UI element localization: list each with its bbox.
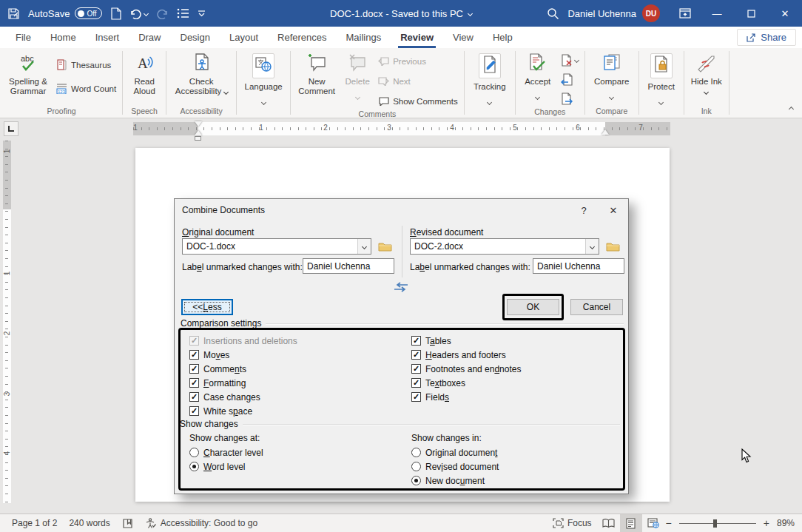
save-icon[interactable]: [7, 7, 20, 20]
checkbox-icon[interactable]: [411, 392, 421, 402]
checkbox-icon[interactable]: [411, 364, 421, 374]
checkbox-fields[interactable]: Fields: [411, 390, 521, 404]
bullet-list-icon[interactable]: [177, 8, 189, 18]
tab-design[interactable]: Design: [171, 27, 220, 48]
word-count-button[interactable]: 123 Word Count: [53, 80, 119, 97]
share-button[interactable]: Share: [737, 29, 796, 46]
tab-view[interactable]: View: [443, 27, 483, 48]
zoom-in-button[interactable]: +: [762, 517, 771, 529]
radio-icon[interactable]: [411, 462, 421, 471]
tab-mailings[interactable]: Mailings: [337, 27, 391, 48]
checkbox-icon[interactable]: [411, 336, 421, 346]
close-button[interactable]: ✕: [768, 0, 802, 27]
search-icon[interactable]: [538, 0, 567, 27]
focus-mode-button[interactable]: Focus: [547, 514, 598, 532]
horizontal-ruler[interactable]: 1 1 2 3 4 5 6 7: [133, 122, 670, 135]
zoom-level[interactable]: 89%: [771, 514, 796, 532]
dialog-title-bar[interactable]: Combine Documents ? ✕: [175, 199, 628, 221]
radio-new-document[interactable]: New document: [411, 474, 499, 488]
zoom-slider[interactable]: [679, 523, 756, 524]
checkbox-case-changes[interactable]: Case changes: [189, 390, 297, 404]
radio-character-level[interactable]: Character level: [189, 445, 263, 459]
tab-home[interactable]: Home: [41, 27, 86, 48]
checkbox-footnotes-and-endnotes[interactable]: Footnotes and endnotes: [411, 362, 521, 376]
customize-toolbar-icon[interactable]: [198, 10, 206, 17]
avatar[interactable]: DU: [642, 4, 660, 22]
checkbox-icon[interactable]: [189, 392, 199, 402]
hide-ink-button[interactable]: Hide Ink: [687, 50, 726, 105]
combo-dropdown-icon[interactable]: [357, 239, 371, 254]
user-name[interactable]: Daniel Uchenna: [567, 8, 636, 19]
tab-help[interactable]: Help: [483, 27, 522, 48]
thesaurus-button[interactable]: Thesaurus: [53, 56, 119, 73]
tab-insert[interactable]: Insert: [86, 27, 129, 48]
accept-button[interactable]: Accept: [519, 50, 557, 105]
checkbox-icon[interactable]: [189, 350, 199, 360]
tab-review[interactable]: Review: [391, 27, 443, 48]
checkbox-headers-and-footers[interactable]: Headers and footers: [411, 348, 521, 362]
radio-original-document[interactable]: Original document: [411, 445, 499, 459]
dialog-close-button[interactable]: ✕: [599, 199, 628, 221]
checkbox-icon[interactable]: [411, 350, 421, 360]
checkbox-icon[interactable]: [189, 378, 199, 388]
left-indent-marker[interactable]: [195, 136, 201, 141]
compare-button[interactable]: Compare: [588, 50, 636, 105]
tab-stop-selector[interactable]: [4, 121, 18, 136]
new-document-icon[interactable]: [110, 7, 121, 20]
checkbox-tables[interactable]: Tables: [411, 334, 521, 348]
check-accessibility-button[interactable]: Check Accessibility: [169, 50, 233, 105]
accessibility-status[interactable]: Accessibility: Good to go: [139, 514, 263, 532]
autosave-switch[interactable]: Off: [75, 7, 102, 19]
previous-change-button[interactable]: [558, 71, 582, 88]
vertical-ruler[interactable]: 1 1 2 3 4: [3, 141, 11, 503]
autosave-toggle[interactable]: AutoSave Off: [28, 7, 102, 19]
read-aloud-button[interactable]: A Read Aloud: [126, 50, 163, 105]
spelling-grammar-button[interactable]: abc Spelling & Grammar: [4, 50, 53, 105]
tab-references[interactable]: References: [268, 27, 336, 48]
radio-icon[interactable]: [189, 462, 199, 471]
radio-icon[interactable]: [411, 476, 421, 485]
checkbox-icon[interactable]: [411, 378, 421, 388]
revised-browse-button[interactable]: [604, 238, 621, 255]
revised-document-combobox[interactable]: DOC-2.docx: [410, 238, 599, 255]
original-document-combobox[interactable]: DOC-1.docx: [182, 238, 371, 255]
protect-button[interactable]: Protect: [642, 50, 681, 105]
proofing-status-icon[interactable]: [116, 514, 139, 532]
page-indicator[interactable]: Page 1 of 2: [6, 514, 63, 532]
checkbox-white-space[interactable]: White space: [189, 404, 297, 418]
checkbox-formatting[interactable]: Formatting: [189, 376, 297, 390]
tab-draw[interactable]: Draw: [129, 27, 170, 48]
original-browse-button[interactable]: [376, 238, 394, 255]
checkbox-moves[interactable]: Moves: [189, 348, 297, 362]
original-unmarked-input[interactable]: Daniel Uchenna: [303, 258, 394, 274]
minimize-button[interactable]: —: [700, 0, 734, 27]
checkbox-icon[interactable]: [189, 406, 199, 416]
cancel-button[interactable]: Cancel: [570, 299, 623, 315]
new-comment-button[interactable]: New Comment: [294, 50, 340, 105]
word-count-indicator[interactable]: 240 words: [63, 514, 115, 532]
print-layout-button[interactable]: [620, 514, 642, 532]
radio-icon[interactable]: [411, 448, 421, 457]
tracking-button[interactable]: Tracking: [468, 50, 512, 105]
read-mode-button[interactable]: [598, 514, 620, 532]
combo-dropdown-icon[interactable]: [585, 239, 599, 254]
ribbon-display-options-icon[interactable]: [670, 0, 700, 27]
revised-unmarked-input[interactable]: Daniel Uchenna: [533, 258, 624, 274]
tab-file[interactable]: File: [6, 27, 41, 48]
zoom-out-button[interactable]: −: [664, 517, 673, 529]
undo-button[interactable]: [129, 8, 148, 19]
radio-revised-document[interactable]: Revised document: [411, 459, 499, 474]
radio-word-level[interactable]: Word level: [189, 459, 263, 474]
maximize-button[interactable]: [734, 0, 768, 27]
tab-layout[interactable]: Layout: [220, 27, 268, 48]
language-button[interactable]: Language: [240, 50, 287, 105]
hanging-indent-marker[interactable]: [195, 130, 202, 135]
collapse-ribbon-icon[interactable]: [789, 101, 793, 114]
zoom-slider-thumb[interactable]: [713, 519, 717, 528]
first-line-indent-marker[interactable]: [195, 121, 202, 127]
less-button[interactable]: << Less: [181, 299, 233, 315]
show-comments-button[interactable]: Show Comments: [375, 92, 461, 110]
right-indent-marker[interactable]: [602, 129, 609, 135]
next-change-button[interactable]: [558, 90, 582, 107]
checkbox-textboxes[interactable]: Textboxes: [411, 376, 521, 390]
